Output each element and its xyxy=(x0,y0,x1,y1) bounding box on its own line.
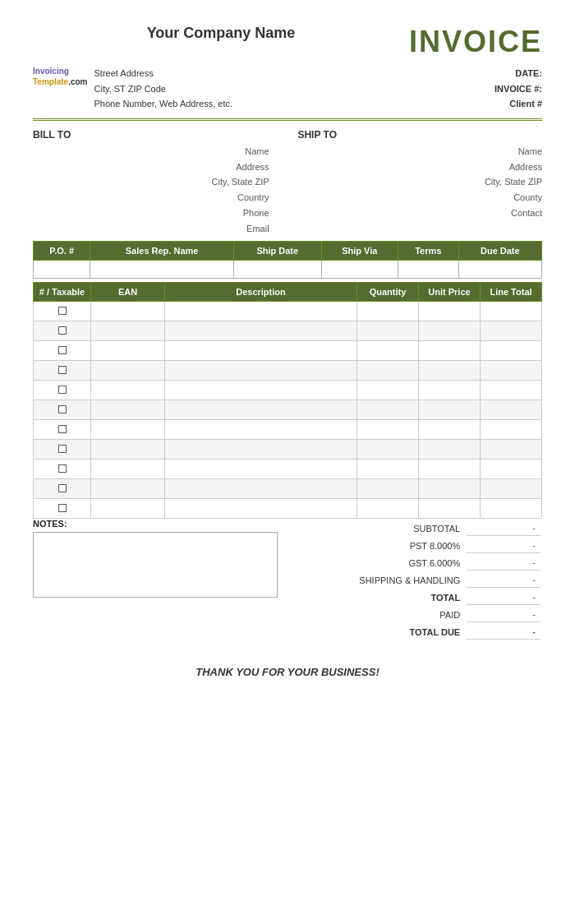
order-row xyxy=(34,261,542,279)
unitprice-cell[interactable] xyxy=(419,321,481,341)
ship-name: Name xyxy=(297,144,542,159)
quantity-cell[interactable] xyxy=(357,321,419,341)
unitprice-cell[interactable] xyxy=(419,499,481,519)
shipvia-value[interactable] xyxy=(321,261,398,279)
taxable-checkbox[interactable] xyxy=(58,484,67,492)
city-state-zip: City, ST ZIP Code xyxy=(94,81,233,97)
quantity-cell[interactable] xyxy=(357,479,419,499)
col-description: Description xyxy=(165,283,357,302)
taxable-checkbox[interactable] xyxy=(58,366,67,374)
linetotal-cell[interactable] xyxy=(481,361,542,381)
linetotal-cell[interactable] xyxy=(481,381,542,400)
taxable-checkbox[interactable] xyxy=(58,504,67,512)
linetotal-cell[interactable] xyxy=(481,440,542,460)
description-cell[interactable] xyxy=(165,420,357,440)
linetotal-cell[interactable] xyxy=(481,321,542,341)
ean-cell[interactable] xyxy=(91,361,165,381)
taxable-checkbox[interactable] xyxy=(58,386,67,394)
bill-to-header: BILL TO xyxy=(33,129,278,141)
bill-phone: Phone xyxy=(33,206,278,221)
shipdate-value[interactable] xyxy=(233,261,321,279)
table-row xyxy=(34,341,542,361)
quantity-cell[interactable] xyxy=(357,440,419,460)
description-cell[interactable] xyxy=(165,460,357,479)
taxable-checkbox[interactable] xyxy=(58,425,67,433)
description-cell[interactable] xyxy=(165,341,357,361)
items-table: # / Taxable EAN Description Quantity Uni… xyxy=(33,282,542,519)
description-cell[interactable] xyxy=(165,479,357,499)
description-cell[interactable] xyxy=(165,499,357,519)
unitprice-cell[interactable] xyxy=(419,381,481,400)
total-due-value: - xyxy=(467,624,540,640)
quantity-cell[interactable] xyxy=(357,361,419,381)
taxable-checkbox[interactable] xyxy=(58,346,67,354)
linetotal-cell[interactable] xyxy=(481,400,542,420)
unitprice-cell[interactable] xyxy=(419,361,481,381)
ean-cell[interactable] xyxy=(91,400,165,420)
description-cell[interactable] xyxy=(165,400,357,420)
taxable-checkbox[interactable] xyxy=(58,326,67,335)
unitprice-cell[interactable] xyxy=(419,341,481,361)
description-cell[interactable] xyxy=(165,361,357,381)
ean-cell[interactable] xyxy=(91,381,165,400)
unitprice-cell[interactable] xyxy=(419,440,481,460)
unitprice-cell[interactable] xyxy=(419,460,481,479)
ean-cell[interactable] xyxy=(91,302,165,321)
quantity-cell[interactable] xyxy=(357,302,419,321)
salesrep-value[interactable] xyxy=(90,261,234,279)
description-cell[interactable] xyxy=(165,440,357,460)
quantity-cell[interactable] xyxy=(357,499,419,519)
linetotal-cell[interactable] xyxy=(481,499,542,519)
terms-value[interactable] xyxy=(398,261,458,279)
linetotal-cell[interactable] xyxy=(481,341,542,361)
quantity-cell[interactable] xyxy=(357,420,419,440)
notes-box[interactable] xyxy=(33,532,278,598)
col-ean: EAN xyxy=(91,283,165,302)
ship-to-header: SHIP TO xyxy=(297,129,542,141)
taxable-checkbox[interactable] xyxy=(58,405,67,413)
description-cell[interactable] xyxy=(165,381,357,400)
taxable-checkbox-cell[interactable] xyxy=(34,479,91,499)
taxable-checkbox-cell[interactable] xyxy=(34,460,91,479)
unitprice-cell[interactable] xyxy=(419,400,481,420)
duedate-value[interactable] xyxy=(458,261,541,279)
ean-cell[interactable] xyxy=(91,479,165,499)
taxable-checkbox[interactable] xyxy=(58,464,67,473)
unitprice-cell[interactable] xyxy=(419,302,481,321)
ean-cell[interactable] xyxy=(91,440,165,460)
taxable-checkbox[interactable] xyxy=(58,445,67,453)
paid-value: - xyxy=(467,607,540,622)
paid-row: PAID - xyxy=(299,607,540,622)
ean-cell[interactable] xyxy=(91,460,165,479)
ean-cell[interactable] xyxy=(91,321,165,341)
quantity-cell[interactable] xyxy=(357,460,419,479)
ean-cell[interactable] xyxy=(91,420,165,440)
unitprice-cell[interactable] xyxy=(419,420,481,440)
ean-cell[interactable] xyxy=(91,499,165,519)
taxable-checkbox-cell[interactable] xyxy=(34,302,91,321)
pst-label: PST 8.000% xyxy=(299,538,465,553)
taxable-checkbox[interactable] xyxy=(58,307,67,315)
taxable-checkbox-cell[interactable] xyxy=(34,440,91,460)
linetotal-cell[interactable] xyxy=(481,420,542,440)
po-value[interactable] xyxy=(34,261,90,279)
taxable-checkbox-cell[interactable] xyxy=(34,381,91,400)
taxable-checkbox-cell[interactable] xyxy=(34,341,91,361)
unitprice-cell[interactable] xyxy=(419,479,481,499)
quantity-cell[interactable] xyxy=(357,341,419,361)
linetotal-cell[interactable] xyxy=(481,460,542,479)
description-cell[interactable] xyxy=(165,302,357,321)
description-cell[interactable] xyxy=(165,321,357,341)
linetotal-cell[interactable] xyxy=(481,302,542,321)
taxable-checkbox-cell[interactable] xyxy=(34,361,91,381)
linetotal-cell[interactable] xyxy=(481,479,542,499)
quantity-cell[interactable] xyxy=(357,381,419,400)
quantity-cell[interactable] xyxy=(357,400,419,420)
bottom-section: NOTES: SUBTOTAL - PST 8.000% - GST 6.000… xyxy=(33,519,542,641)
taxable-checkbox-cell[interactable] xyxy=(34,420,91,440)
table-row xyxy=(34,460,542,479)
taxable-checkbox-cell[interactable] xyxy=(34,400,91,420)
ean-cell[interactable] xyxy=(91,341,165,361)
taxable-checkbox-cell[interactable] xyxy=(34,499,91,519)
taxable-checkbox-cell[interactable] xyxy=(34,321,91,341)
